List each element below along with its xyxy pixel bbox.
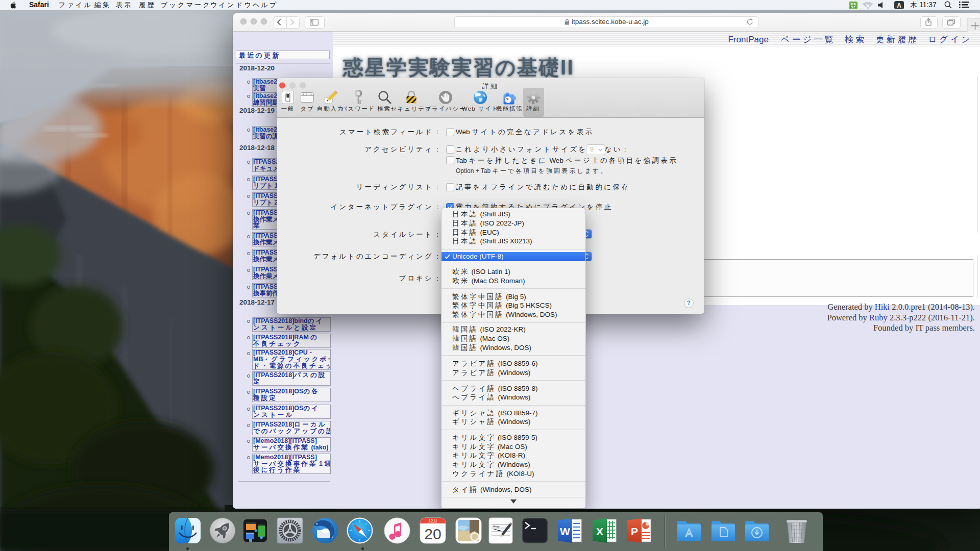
svg-text:A: A — [897, 2, 901, 9]
svg-text:12月: 12月 — [428, 518, 437, 523]
svg-text:W: W — [560, 525, 570, 537]
svg-text:P: P — [631, 525, 638, 537]
svg-text:20: 20 — [424, 525, 441, 542]
svg-text:X: X — [596, 525, 603, 537]
